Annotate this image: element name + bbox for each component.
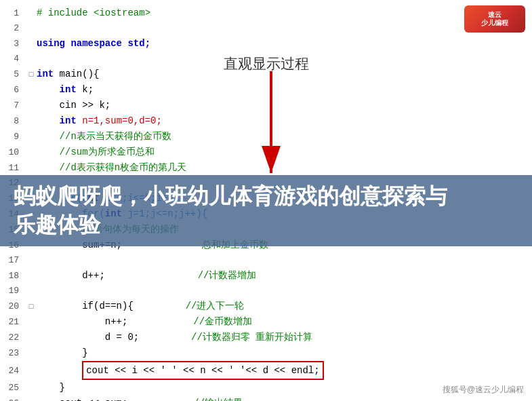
code-line-17: 17 (0, 253, 532, 268)
line-content-26: cout << sum; //输出结果 (37, 396, 532, 401)
line-content-3: using namespace std; (37, 36, 532, 51)
line-icon-20: □ (26, 299, 37, 314)
line-content-22: d = 0; //计数器归零 重新开始计算 (37, 330, 532, 345)
code-editor: 速云少儿编程 1 # include <iostream> 2 3 using … (0, 0, 532, 401)
code-line-21: 21 n++; //金币数增加 (0, 314, 532, 330)
line-num-20: 20 (0, 299, 26, 314)
line-content-24: cout << i << ' ' << n << ' '<< d << endl… (37, 361, 532, 380)
code-line-26: 26 cout << sum; //输出结果 (0, 396, 532, 401)
line-num-9: 9 (0, 130, 26, 145)
line-num-21: 21 (0, 315, 26, 330)
code-line-20: 20 □ if(d==n){ //进入下一轮 (0, 299, 532, 314)
footer: 搜狐号@速云少儿编程 (443, 384, 524, 396)
line-num-26: 26 (0, 396, 26, 401)
banner-title-line1: 蚂蚁爬呀爬，小班幼儿体育游戏的创意探索与 (14, 183, 532, 211)
line-content-20: if(d==n){ //进入下一轮 (37, 299, 532, 313)
code-line-24: 24 cout << i << ' ' << n << ' '<< d << e… (0, 361, 532, 380)
line-num-3: 3 (0, 37, 26, 52)
line-num-18: 18 (0, 269, 26, 284)
code-line-19: 19 (0, 284, 532, 299)
line-num-11: 11 (0, 161, 26, 176)
line-icon-5: □ (26, 67, 37, 82)
cout-highlight-box: cout << i << ' ' << n << ' '<< d << endl… (82, 361, 323, 380)
line-num-19: 19 (0, 284, 26, 299)
red-arrow-svg (244, 71, 298, 180)
annotation-text: 直观显示过程 (224, 56, 309, 71)
line-num-24: 24 (0, 364, 26, 379)
annotation-area: 直观显示过程 (224, 54, 309, 73)
line-content-23: } (37, 345, 532, 360)
line-num-8: 8 (0, 114, 26, 129)
line-num-5: 5 (0, 67, 26, 82)
code-line-3: 3 using namespace std; (0, 36, 532, 52)
line-num-6: 6 (0, 83, 26, 98)
code-line-23: 23 } (0, 345, 532, 361)
line-num-17: 17 (0, 253, 26, 268)
line-num-4: 4 (0, 52, 26, 66)
line-num-23: 23 (0, 346, 26, 361)
code-line-18: 18 d++; //计数器增加 (0, 268, 532, 284)
line-num-22: 22 (0, 330, 26, 345)
logo-text: 速云少儿编程 (481, 11, 508, 27)
line-num-25: 25 (0, 381, 26, 396)
banner-title-line2: 乐趣体验 (14, 211, 532, 240)
code-line-2: 2 (0, 21, 532, 36)
line-num-7: 7 (0, 98, 26, 113)
code-line-1: 1 # include <iostream> (0, 5, 532, 21)
line-num-10: 10 (0, 145, 26, 160)
overlay-banner: 蚂蚁爬呀爬，小班幼儿体育游戏的创意探索与 乐趣体验 (0, 175, 532, 246)
logo: 速云少儿编程 (464, 5, 525, 33)
line-num-2: 2 (0, 21, 26, 36)
line-content-18: d++; //计数器增加 (37, 268, 532, 283)
code-line-22: 22 d = 0; //计数器归零 重新开始计算 (0, 330, 532, 345)
line-content-1: # include <iostream> (37, 5, 532, 20)
line-content-21: n++; //金币数增加 (37, 314, 532, 329)
line-num-1: 1 (0, 6, 26, 21)
